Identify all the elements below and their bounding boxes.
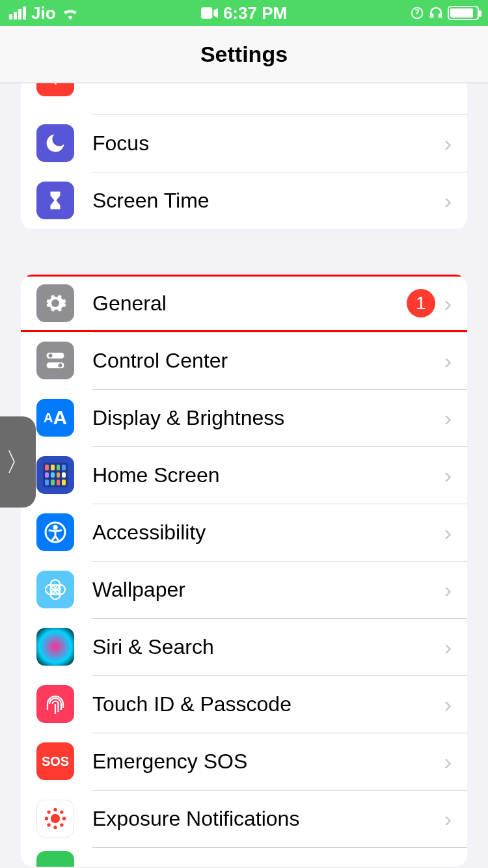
- settings-group-1: Sounds & Haptics › Focus › Screen Time ›: [21, 83, 467, 229]
- headphones-icon: [428, 5, 444, 21]
- svg-point-15: [53, 826, 57, 829]
- battery-icon: [448, 6, 479, 20]
- svg-point-17: [62, 817, 66, 820]
- row-touch-id-passcode[interactable]: Touch ID & Passcode ›: [21, 675, 467, 733]
- accessibility-icon: [36, 513, 74, 551]
- rotation-lock-icon: [410, 6, 424, 20]
- row-label: General: [92, 292, 407, 316]
- text-size-icon: AA: [36, 399, 74, 437]
- chevron-right-icon: ›: [444, 463, 452, 488]
- svg-point-21: [60, 823, 63, 826]
- toggles-icon: [36, 342, 74, 379]
- settings-content: Sounds & Haptics › Focus › Screen Time ›…: [0, 83, 488, 867]
- sos-icon: SOS: [36, 742, 74, 780]
- row-siri-search[interactable]: Siri & Search ›: [21, 618, 467, 675]
- svg-point-19: [60, 810, 63, 813]
- carrier-label: Jio: [31, 3, 56, 23]
- svg-point-5: [59, 364, 62, 368]
- row-emergency-sos[interactable]: SOS Emergency SOS ›: [21, 733, 467, 790]
- row-home-screen[interactable]: Home Screen ›: [21, 446, 467, 504]
- chevron-right-icon: ›: [444, 577, 452, 603]
- exposure-icon: [36, 800, 74, 837]
- row-label: Siri & Search: [92, 635, 435, 659]
- status-center: 6:37 PM: [166, 3, 323, 23]
- row-screen-time[interactable]: Screen Time ›: [21, 172, 467, 229]
- row-partial-bottom[interactable]: [21, 847, 467, 867]
- wifi-icon: [61, 6, 79, 20]
- row-label: Exposure Notifications: [92, 807, 435, 831]
- row-control-center[interactable]: Control Center ›: [21, 332, 467, 389]
- moon-icon: [36, 124, 74, 162]
- camera-icon: [201, 7, 218, 19]
- fingerprint-icon: [36, 685, 74, 723]
- row-accessibility[interactable]: Accessibility ›: [21, 504, 467, 561]
- row-label: Accessibility: [92, 521, 435, 545]
- svg-point-3: [49, 354, 53, 358]
- time-label: 6:37 PM: [223, 3, 287, 23]
- chevron-right-icon: ›: [444, 131, 452, 156]
- status-bar: Jio 6:37 PM: [0, 0, 488, 26]
- svg-point-20: [47, 823, 50, 826]
- signal-icon: [9, 7, 26, 20]
- chevron-right-icon: ›: [444, 749, 452, 774]
- notification-badge: 1: [407, 289, 435, 318]
- row-label: Display & Brightness: [92, 406, 435, 430]
- row-label: Touch ID & Passcode: [92, 692, 435, 716]
- status-left: Jio: [9, 3, 166, 23]
- chevron-right-icon: ›: [444, 405, 452, 431]
- svg-point-14: [53, 808, 57, 811]
- svg-point-7: [54, 526, 57, 529]
- gear-icon: [36, 284, 74, 322]
- svg-point-13: [51, 814, 60, 823]
- row-sounds-haptics[interactable]: Sounds & Haptics ›: [21, 83, 467, 115]
- chevron-right-icon: ›: [444, 520, 452, 545]
- home-screen-icon: [36, 456, 74, 494]
- settings-group-2: General 1 › Control Center › AA Display …: [21, 275, 467, 867]
- row-display-brightness[interactable]: AA Display & Brightness ›: [21, 389, 467, 446]
- side-drawer-handle[interactable]: 〉: [0, 416, 36, 508]
- row-label: Emergency SOS: [92, 750, 435, 774]
- chevron-right-icon: ›: [444, 188, 452, 213]
- chevron-right-icon: ›: [444, 634, 452, 660]
- speaker-icon: [36, 83, 74, 96]
- row-wallpaper[interactable]: Wallpaper ›: [21, 561, 467, 618]
- status-right: [322, 5, 479, 21]
- row-label: Home Screen: [92, 463, 435, 487]
- battery-row-icon: [36, 851, 74, 867]
- chevron-right-icon: ›: [444, 806, 452, 832]
- svg-point-18: [47, 810, 50, 813]
- chevron-right-icon: ›: [444, 692, 452, 717]
- row-label: Focus: [92, 131, 435, 156]
- page-title: Settings: [200, 42, 288, 67]
- row-general[interactable]: General 1 ›: [21, 275, 467, 332]
- row-label: Wallpaper: [92, 578, 435, 602]
- row-label: Control Center: [92, 349, 435, 373]
- svg-point-16: [45, 817, 48, 820]
- chevron-right-icon: ›: [444, 83, 452, 84]
- row-exposure-notifications[interactable]: Exposure Notifications ›: [21, 790, 467, 847]
- chevron-right-icon: ›: [444, 348, 452, 373]
- wallpaper-icon: [36, 571, 74, 608]
- row-label: Screen Time: [92, 189, 435, 213]
- siri-icon: [36, 628, 74, 666]
- hourglass-icon: [36, 182, 74, 219]
- row-focus[interactable]: Focus ›: [21, 115, 467, 172]
- chevron-right-icon: ›: [444, 291, 452, 316]
- nav-header: Settings: [0, 26, 488, 83]
- svg-rect-0: [201, 7, 212, 18]
